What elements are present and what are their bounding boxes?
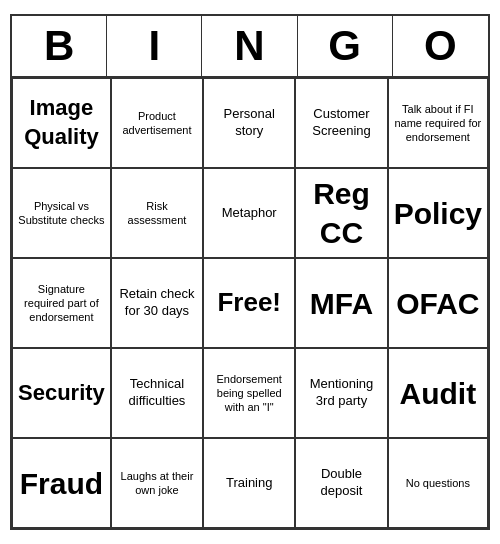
- bingo-letter-o: O: [393, 16, 488, 78]
- bingo-cell-13: MFA: [295, 258, 387, 348]
- bingo-cell-23: Double deposit: [295, 438, 387, 528]
- bingo-cell-11: Retain check for 30 days: [111, 258, 203, 348]
- bingo-cell-24: No questions: [388, 438, 488, 528]
- bingo-cell-1: Product advertisement: [111, 78, 203, 168]
- bingo-cell-14: OFAC: [388, 258, 488, 348]
- bingo-cell-21: Laughs at their own joke: [111, 438, 203, 528]
- bingo-cell-19: Audit: [388, 348, 488, 438]
- bingo-cell-8: Reg CC: [295, 168, 387, 258]
- bingo-cell-9: Policy: [388, 168, 488, 258]
- bingo-cell-12: Free!: [203, 258, 295, 348]
- bingo-header: BINGO: [12, 16, 488, 78]
- bingo-cell-0: Image Quality: [12, 78, 111, 168]
- bingo-letter-n: N: [202, 16, 297, 78]
- bingo-letter-i: I: [107, 16, 202, 78]
- bingo-cell-2: Personal story: [203, 78, 295, 168]
- bingo-cell-7: Metaphor: [203, 168, 295, 258]
- bingo-letter-b: B: [12, 16, 107, 78]
- bingo-grid: Image QualityProduct advertisementPerson…: [12, 78, 488, 528]
- bingo-cell-5: Physical vs Substitute checks: [12, 168, 111, 258]
- bingo-letter-g: G: [298, 16, 393, 78]
- bingo-cell-3: Customer Screening: [295, 78, 387, 168]
- bingo-cell-4: Talk about if FI name required for endor…: [388, 78, 488, 168]
- bingo-cell-22: Training: [203, 438, 295, 528]
- bingo-cell-15: Security: [12, 348, 111, 438]
- bingo-cell-6: Risk assessment: [111, 168, 203, 258]
- bingo-cell-18: Mentioning 3rd party: [295, 348, 387, 438]
- bingo-cell-16: Technical difficulties: [111, 348, 203, 438]
- bingo-cell-10: Signature required part of endorsement: [12, 258, 111, 348]
- bingo-card: BINGO Image QualityProduct advertisement…: [10, 14, 490, 530]
- bingo-cell-20: Fraud: [12, 438, 111, 528]
- bingo-cell-17: Endorsement being spelled with an "I": [203, 348, 295, 438]
